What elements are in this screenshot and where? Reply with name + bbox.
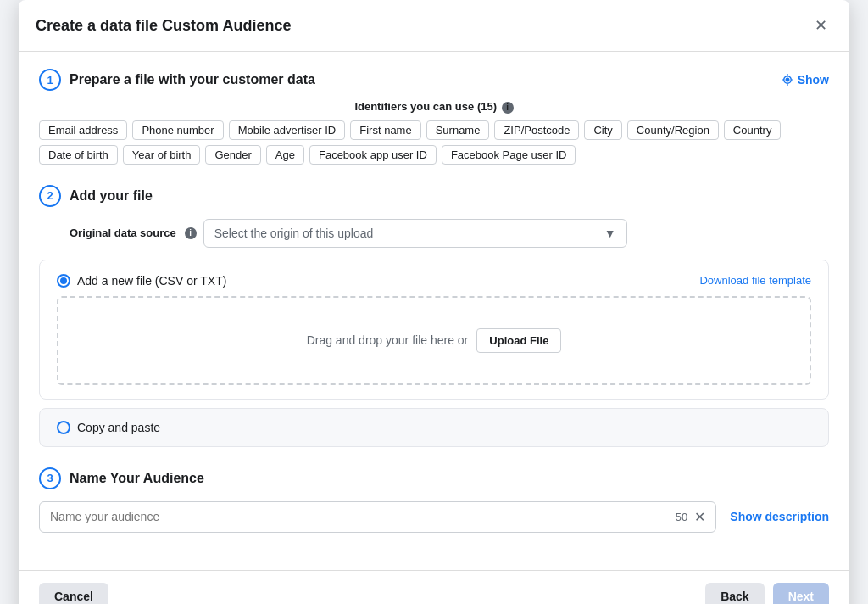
show-button[interactable]: Show — [781, 73, 829, 87]
identifier-tag: Mobile advertiser ID — [229, 120, 346, 140]
identifiers-count: (15) — [477, 100, 497, 113]
modal-title: Create a data file Custom Audience — [36, 17, 291, 35]
show-button-label: Show — [798, 73, 829, 87]
modal-footer: Cancel Back Next — [19, 570, 849, 604]
identifiers-label: Identifiers you can use (15) i — [354, 100, 513, 113]
section3-title-row: 3 Name Your Audience — [39, 467, 829, 489]
identifier-tag: Surname — [426, 120, 490, 140]
data-source-label: Original data source — [70, 226, 176, 239]
section-name-audience: 3 Name Your Audience 50 ✕ Show descripti… — [39, 467, 829, 533]
footer-right: Back Next — [705, 583, 829, 604]
identifier-tag: ZIP/Postcode — [494, 120, 579, 140]
section1-header: 1 Prepare a file with your customer data… — [39, 69, 829, 91]
identifier-tag: Country — [724, 120, 782, 140]
identifiers-tags: Email addressPhone numberMobile advertis… — [39, 120, 829, 165]
copy-paste-radio[interactable] — [57, 421, 70, 434]
create-audience-modal: Create a data file Custom Audience ✕ 1 P… — [19, 0, 849, 604]
identifier-tag: County/Region — [627, 120, 719, 140]
add-new-file-label: Add a new file (CSV or TXT) — [77, 274, 226, 288]
drop-zone[interactable]: Drag and drop your file here or Upload F… — [57, 296, 811, 385]
modal-header: Create a data file Custom Audience ✕ — [19, 0, 849, 52]
identifiers-info: Identifiers you can use (15) i — [39, 99, 829, 114]
copy-paste-label: Copy and paste — [77, 421, 160, 434]
identifiers-info-icon[interactable]: i — [502, 102, 514, 114]
identifier-tag: First name — [350, 120, 420, 140]
show-description-button[interactable]: Show description — [730, 510, 829, 523]
file-option-header: Add a new file (CSV or TXT) Download fil… — [57, 274, 811, 288]
char-count: 50 — [667, 511, 687, 523]
identifier-tag: Phone number — [132, 120, 223, 140]
identifier-tag: Gender — [205, 145, 260, 165]
audience-name-input[interactable] — [50, 510, 660, 523]
data-source-info-icon[interactable]: i — [185, 227, 197, 239]
section1-title-row: 1 Prepare a file with your customer data — [39, 69, 315, 91]
next-button[interactable]: Next — [773, 583, 829, 604]
back-button[interactable]: Back — [705, 583, 764, 604]
identifier-tag: Age — [266, 145, 304, 165]
identifier-tag: Year of birth — [123, 145, 201, 165]
step1-circle: 1 — [39, 69, 61, 91]
audience-name-field: 50 ✕ — [39, 501, 716, 533]
chevron-down-icon: ▼ — [604, 226, 616, 240]
cancel-button[interactable]: Cancel — [39, 583, 108, 604]
section1-title: Prepare a file with your customer data — [70, 72, 315, 87]
identifier-tag: Facebook app user ID — [309, 145, 437, 165]
data-source-row: Original data source i Select the origin… — [39, 219, 829, 248]
show-icon — [781, 73, 794, 87]
clear-name-button[interactable]: ✕ — [694, 509, 705, 525]
section-add-file: 2 Add your file Original data source i S… — [39, 185, 829, 447]
add-new-file-card: Add a new file (CSV or TXT) Download fil… — [39, 260, 829, 400]
add-new-file-radio-label: Add a new file (CSV or TXT) — [57, 274, 226, 288]
section3-title: Name Your Audience — [70, 471, 204, 486]
identifier-tag: Facebook Page user ID — [442, 145, 576, 165]
identifier-tag: Date of birth — [39, 145, 118, 165]
section2-title-row: 2 Add your file — [39, 185, 829, 207]
section-prepare-file: 1 Prepare a file with your customer data… — [39, 69, 829, 165]
copy-paste-card: Copy and paste — [39, 408, 829, 447]
close-icon[interactable]: ✕ — [809, 14, 832, 37]
download-template-link[interactable]: Download file template — [699, 274, 811, 287]
section2-title: Add your file — [70, 188, 153, 204]
name-row: 50 ✕ Show description — [39, 501, 829, 533]
add-new-file-radio[interactable] — [57, 274, 70, 288]
origin-select-placeholder: Select the origin of this upload — [214, 226, 374, 240]
drop-zone-text: Drag and drop your file here or — [307, 333, 469, 347]
identifier-tag: City — [584, 120, 621, 140]
step3-circle: 3 — [39, 467, 61, 489]
origin-select[interactable]: Select the origin of this upload ▼ — [203, 219, 627, 248]
step2-circle: 2 — [39, 185, 61, 207]
upload-file-button[interactable]: Upload File — [476, 328, 561, 353]
identifier-tag: Email address — [39, 120, 127, 140]
modal-body: 1 Prepare a file with your customer data… — [19, 52, 849, 570]
